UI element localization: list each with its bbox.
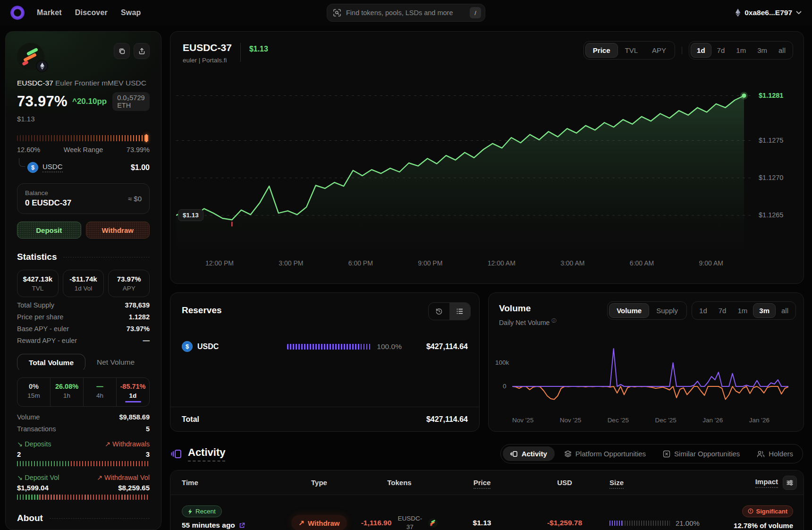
eth-denominated-value: 0.0₃5729 ETH bbox=[112, 92, 150, 111]
vrange-3m[interactable]: 3m bbox=[753, 303, 776, 318]
size-percent: 21.00% bbox=[676, 519, 700, 527]
x-tick: Dec '25 bbox=[655, 417, 676, 424]
underlying-asset-row[interactable]: $ USDC $1.00 bbox=[17, 162, 150, 173]
recent-badge: Recent bbox=[182, 505, 222, 517]
reserves-heading: Reserves bbox=[182, 305, 222, 316]
reserves-total-row: Total $427,114.64 bbox=[170, 407, 479, 431]
net-volume-chart[interactable] bbox=[512, 320, 788, 408]
week-range-marker bbox=[145, 134, 147, 142]
perf-4h[interactable]: —4h bbox=[83, 378, 116, 406]
balance-card: Balance 0 EUSDC-37 ≈ $0 bbox=[17, 183, 150, 214]
week-range-low: 12.60% bbox=[17, 146, 40, 154]
vrange-1d[interactable]: 1d bbox=[694, 304, 713, 317]
table-filter-button[interactable] bbox=[783, 476, 797, 490]
col-size[interactable]: Size bbox=[609, 479, 718, 487]
cell-price: $1.13 bbox=[444, 519, 520, 527]
chevron-down-icon bbox=[796, 11, 802, 15]
history-view-button[interactable] bbox=[429, 303, 449, 320]
app-screen: Market Discover Swap Find tokens, pools,… bbox=[0, 0, 812, 530]
price-y-axis: $1.1281 $1.1275 $1.1270 $1.1265 bbox=[759, 32, 798, 254]
x-tick: Nov '25 bbox=[512, 417, 533, 424]
tab-holders[interactable]: Holders bbox=[749, 446, 801, 461]
usdc-icon: $ bbox=[27, 162, 38, 173]
vrange-7d[interactable]: 7d bbox=[713, 304, 732, 317]
reserve-share-pct: 100.0% bbox=[377, 342, 402, 351]
net-volume-card: Volume Daily Net Volume ⓘ Volume Supply … bbox=[488, 292, 804, 432]
cell-size: 21.00% bbox=[609, 519, 718, 527]
scan-search-icon bbox=[333, 9, 341, 17]
perf-15m[interactable]: 0%15m bbox=[17, 378, 50, 406]
col-price[interactable]: Price bbox=[444, 479, 520, 487]
x-tick: 12:00 PM bbox=[205, 259, 234, 267]
tab-supply[interactable]: Supply bbox=[649, 304, 685, 317]
perf-1h[interactable]: 26.08%1h bbox=[50, 378, 83, 406]
vault-name: Euler Frontier mMEV USDC bbox=[55, 79, 146, 87]
withdraw-type-pill: ↗ Withdraw bbox=[291, 515, 347, 530]
x-tick: Dec '25 bbox=[608, 417, 629, 424]
tab-similar-opportunities[interactable]: Similar Opportunities bbox=[655, 446, 747, 461]
trend-down-icon: ↘ bbox=[17, 440, 23, 448]
range-1m[interactable]: 1m bbox=[730, 43, 752, 57]
reserve-share-bar bbox=[287, 344, 371, 350]
price-line-chart[interactable] bbox=[176, 73, 751, 253]
nav-swap[interactable]: Swap bbox=[121, 9, 141, 17]
stat-tvl: $427.13k TVL bbox=[17, 270, 59, 297]
tree-connector bbox=[19, 158, 25, 167]
withdraw-button[interactable]: Withdraw bbox=[86, 222, 150, 239]
flow-volume-labels: ↘ Deposit Vol ↗ Withdrawal Vol bbox=[17, 474, 150, 481]
wallet-button[interactable]: 0xa8e6...E797 bbox=[735, 9, 802, 17]
row-volume: Volume$9,858.69 bbox=[17, 413, 150, 421]
holders-icon bbox=[757, 450, 765, 458]
volume-mode-tabs: Total Volume Net Volume bbox=[17, 354, 150, 372]
app-logo-icon[interactable] bbox=[10, 6, 25, 20]
vault-symbol: EUSDC-37 bbox=[17, 79, 53, 87]
list-view-button[interactable] bbox=[449, 303, 470, 320]
vault-apy-value: 73.97% bbox=[17, 93, 68, 110]
nav-market[interactable]: Market bbox=[37, 9, 62, 17]
search-input[interactable]: Find tokens, pools, LSDs and more / bbox=[327, 4, 485, 22]
tab-platform-opportunities[interactable]: Platform Opportunities bbox=[557, 446, 653, 461]
share-button[interactable] bbox=[134, 43, 150, 59]
vrange-all[interactable]: all bbox=[776, 304, 794, 317]
divider bbox=[50, 518, 150, 519]
range-7d[interactable]: 7d bbox=[711, 43, 731, 57]
x-tick: 6:00 PM bbox=[348, 259, 373, 267]
withdrawal-vol-segment bbox=[39, 495, 150, 500]
col-time: Time bbox=[170, 479, 284, 487]
external-link-icon[interactable] bbox=[239, 522, 245, 529]
metric-tabs: Price TVL APY bbox=[584, 41, 675, 60]
x-tick: 3:00 PM bbox=[279, 259, 303, 267]
vault-sidebar: EUSDC-37 Euler Frontier mMEV USDC 73.97%… bbox=[5, 31, 161, 530]
range-1d[interactable]: 1d bbox=[691, 43, 711, 58]
top-bar: Market Discover Swap Find tokens, pools,… bbox=[0, 0, 812, 26]
copy-address-button[interactable] bbox=[114, 43, 130, 59]
alert-circle-icon bbox=[748, 508, 753, 514]
col-tokens: Tokens bbox=[355, 479, 444, 487]
stat-apy: 73.97% APY bbox=[108, 270, 150, 297]
deposit-button[interactable]: Deposit bbox=[17, 222, 81, 239]
col-impact[interactable]: Impact bbox=[718, 476, 804, 490]
vrange-1m[interactable]: 1m bbox=[732, 304, 753, 317]
tab-volume[interactable]: Volume bbox=[609, 303, 649, 318]
week-range-slider bbox=[17, 135, 150, 141]
perf-1d[interactable]: -85.71%1d bbox=[116, 378, 149, 406]
performance-period-grid: 0%15m 26.08%1h —4h -85.71%1d bbox=[17, 377, 150, 407]
tab-tvl[interactable]: TVL bbox=[618, 43, 645, 57]
active-period-underline bbox=[125, 401, 141, 402]
tab-apy[interactable]: APY bbox=[645, 43, 673, 57]
x-tick: 3:00 AM bbox=[560, 259, 584, 267]
ethereum-network-badge-icon bbox=[36, 60, 48, 72]
activity-row[interactable]: Recent 55 minutes ago Feb 12, 2026 (9:25… bbox=[170, 495, 804, 530]
nav-discover[interactable]: Discover bbox=[75, 9, 108, 17]
tab-activity[interactable]: Activity bbox=[503, 446, 555, 461]
bolt-icon bbox=[188, 509, 193, 514]
divider bbox=[63, 257, 150, 257]
tab-net-volume[interactable]: Net Volume bbox=[85, 354, 146, 372]
divider bbox=[682, 47, 682, 54]
reserve-row-usdc[interactable]: $ USDC 100.0% $427,114.64 bbox=[182, 341, 468, 352]
y-tick-current: $1.1281 bbox=[759, 92, 783, 99]
token-amount: -1,116.90 bbox=[361, 519, 392, 527]
tab-price[interactable]: Price bbox=[585, 43, 618, 58]
tab-total-volume[interactable]: Total Volume bbox=[17, 354, 85, 372]
x-tick: Nov '25 bbox=[560, 417, 581, 424]
